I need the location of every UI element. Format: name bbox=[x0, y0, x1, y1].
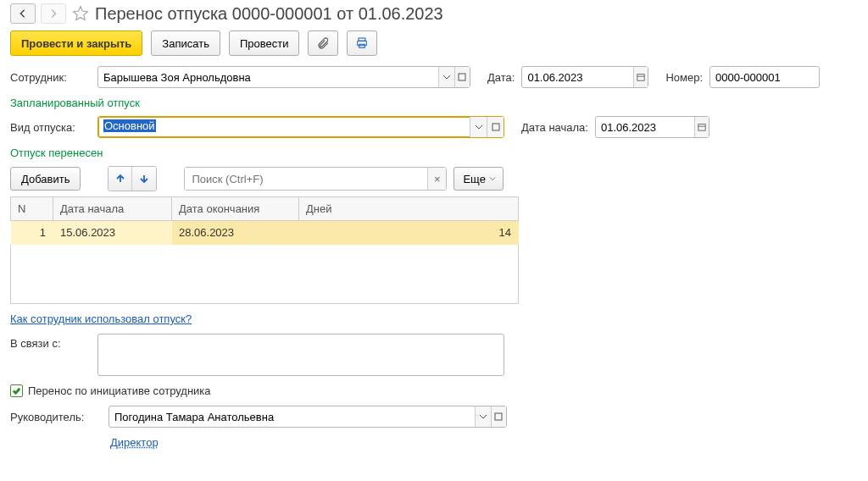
reason-textarea[interactable] bbox=[97, 334, 504, 376]
vacation-type-field[interactable]: Основной bbox=[97, 116, 504, 138]
save-button[interactable]: Записать bbox=[151, 30, 220, 56]
chevron-down-icon bbox=[442, 73, 451, 81]
table-search-clear-button[interactable]: × bbox=[427, 168, 446, 190]
nav-back-button[interactable] bbox=[10, 3, 36, 24]
employee-label: Сотрудник: bbox=[10, 71, 91, 84]
move-down-button[interactable] bbox=[132, 167, 156, 191]
close-icon: × bbox=[434, 173, 441, 185]
svg-rect-2 bbox=[359, 44, 365, 47]
col-start: Дата начала bbox=[53, 197, 172, 221]
attach-button[interactable] bbox=[308, 30, 338, 56]
table-row[interactable]: 1 15.06.2023 28.06.2023 14 bbox=[11, 221, 519, 245]
check-icon bbox=[12, 386, 21, 395]
calendar-icon bbox=[637, 73, 645, 81]
employee-initiative-label: Перенос по инициативе сотрудника bbox=[28, 384, 211, 397]
rescheduled-table: N Дата начала Дата окончания Дней 1 15.0… bbox=[10, 196, 519, 245]
employee-dropdown-button[interactable] bbox=[438, 67, 453, 87]
svg-rect-3 bbox=[459, 74, 465, 80]
manager-dropdown-button[interactable] bbox=[475, 406, 490, 427]
svg-rect-9 bbox=[495, 413, 502, 420]
open-icon bbox=[494, 412, 503, 421]
cell-n: 1 bbox=[11, 221, 53, 245]
start-date-field[interactable] bbox=[595, 116, 709, 138]
page-title: Перенос отпуска 0000-000001 от 01.06.202… bbox=[95, 4, 443, 24]
move-up-button[interactable] bbox=[108, 167, 132, 191]
svg-rect-4 bbox=[637, 75, 644, 81]
planned-section-title: Запланированный отпуск bbox=[10, 97, 858, 109]
printer-icon bbox=[355, 36, 369, 50]
col-days: Дней bbox=[299, 197, 519, 221]
vacation-type-value: Основной bbox=[103, 119, 156, 132]
manager-label: Руководитель: bbox=[10, 411, 102, 423]
vacation-type-label: Вид отпуска: bbox=[10, 121, 91, 134]
number-label: Номер: bbox=[665, 71, 703, 84]
chevron-down-icon bbox=[489, 175, 496, 182]
employee-open-button[interactable] bbox=[454, 67, 470, 87]
favorite-icon[interactable] bbox=[71, 4, 90, 23]
submit-button[interactable]: Провести bbox=[229, 30, 300, 56]
add-button[interactable]: Добавить bbox=[10, 167, 81, 191]
reorder-group bbox=[108, 166, 157, 191]
employee-field[interactable] bbox=[97, 66, 470, 88]
calendar-icon bbox=[698, 123, 706, 131]
arrow-down-icon bbox=[138, 173, 150, 185]
table-search[interactable]: × bbox=[184, 167, 447, 191]
arrow-up-icon bbox=[114, 173, 126, 185]
print-button[interactable] bbox=[347, 30, 377, 56]
vacation-usage-link[interactable]: Как сотрудник использовал отпуск? bbox=[10, 312, 192, 325]
manager-input[interactable] bbox=[109, 406, 475, 427]
open-icon bbox=[492, 123, 500, 131]
svg-rect-6 bbox=[492, 124, 499, 130]
date-field[interactable] bbox=[521, 66, 648, 88]
vacation-type-open-button[interactable] bbox=[487, 117, 504, 137]
more-button[interactable]: Еще bbox=[453, 167, 503, 191]
cell-start: 15.06.2023 bbox=[53, 221, 172, 245]
date-calendar-button[interactable] bbox=[633, 67, 648, 87]
submit-close-button[interactable]: Провести и закрыть bbox=[10, 30, 142, 56]
manager-open-button[interactable] bbox=[491, 406, 506, 427]
vacation-type-dropdown-button[interactable] bbox=[470, 117, 487, 137]
employee-initiative-checkbox[interactable] bbox=[10, 384, 23, 397]
employee-input[interactable] bbox=[98, 67, 438, 87]
number-field[interactable] bbox=[709, 66, 820, 88]
table-empty-area bbox=[10, 245, 519, 304]
col-end: Дата окончания bbox=[172, 197, 299, 221]
start-date-calendar-button[interactable] bbox=[694, 117, 709, 137]
nav-forward-button[interactable] bbox=[41, 3, 66, 24]
open-icon bbox=[458, 73, 466, 81]
cell-end: 28.06.2023 bbox=[172, 221, 299, 245]
manager-field[interactable] bbox=[108, 406, 507, 428]
chevron-down-icon bbox=[475, 123, 483, 131]
start-date-input[interactable] bbox=[596, 117, 694, 137]
manager-position-link[interactable]: Директор bbox=[110, 436, 159, 449]
number-input[interactable] bbox=[710, 67, 819, 87]
reason-label: В связи с: bbox=[10, 334, 91, 350]
table-search-input[interactable] bbox=[185, 168, 427, 190]
date-label: Дата: bbox=[487, 71, 515, 84]
cell-days: 14 bbox=[299, 221, 519, 245]
more-label: Еще bbox=[463, 173, 485, 185]
rescheduled-section-title: Отпуск перенесен bbox=[10, 147, 858, 159]
start-date-label: Дата начала: bbox=[521, 121, 588, 134]
svg-rect-7 bbox=[698, 124, 705, 131]
chevron-down-icon bbox=[479, 412, 487, 421]
paperclip-icon bbox=[316, 36, 330, 50]
date-input[interactable] bbox=[522, 67, 632, 87]
col-n: N bbox=[11, 197, 53, 221]
